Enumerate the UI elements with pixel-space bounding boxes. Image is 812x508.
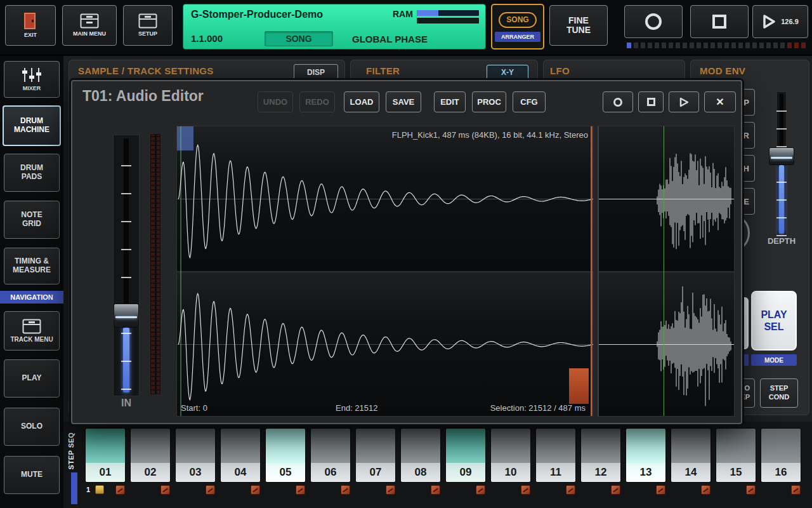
sidebar-item-timing-measure[interactable]: TIMING & MEASURE (4, 248, 60, 284)
depth-fader[interactable] (763, 89, 801, 239)
position-dash (717, 43, 722, 48)
transport-position-strip[interactable] (627, 42, 808, 48)
step-cond-button[interactable]: STEP COND (760, 378, 798, 408)
step-button-01[interactable]: 01 (85, 428, 126, 483)
ram-label: RAM (393, 9, 413, 19)
step-pad (266, 429, 305, 463)
selection-end-handle[interactable] (569, 368, 589, 404)
proc-button[interactable]: PROC (472, 91, 506, 112)
step-marker-icon[interactable] (476, 485, 485, 495)
step-button-07[interactable]: 07 (355, 428, 396, 483)
step-pad (626, 429, 665, 463)
left-sidebar: MIXER DRUM MACHINE DRUM PADS NOTE GRID T… (0, 56, 63, 508)
stop-button[interactable] (690, 5, 749, 38)
step-pad (446, 429, 485, 463)
record-button[interactable] (624, 5, 683, 38)
in-fader[interactable] (113, 135, 140, 396)
sidebar-item-solo[interactable]: SOLO (4, 408, 60, 446)
step-number: 13 (626, 463, 665, 482)
sidebar-item-drum-pads[interactable]: DRUM PADS (4, 154, 60, 192)
step-marker-icon[interactable] (386, 485, 395, 495)
step-cond-label: STEP COND (767, 384, 791, 402)
exit-button[interactable]: EXIT (5, 5, 56, 46)
position-dash (634, 43, 638, 48)
step-button-09[interactable]: 09 (445, 428, 486, 483)
arranger-tag: ARRANGER (495, 32, 540, 42)
step-button-14[interactable]: 14 (671, 428, 711, 483)
step-marker-icon[interactable] (791, 485, 801, 495)
step-button-06[interactable]: 06 (310, 428, 351, 483)
step-button-10[interactable]: 10 (490, 428, 531, 483)
step-marker-icon[interactable] (296, 485, 305, 495)
step-pad (176, 429, 215, 463)
sidebar-item-mute[interactable]: MUTE (4, 456, 60, 494)
position-dash (773, 43, 778, 48)
step-button-03[interactable]: 03 (175, 428, 216, 483)
sidebar-item-drum-machine[interactable]: DRUM MACHINE (3, 105, 61, 146)
step-marker-icon[interactable] (431, 485, 440, 495)
depth-label: DEPTH (760, 236, 803, 246)
step-button-15[interactable]: 15 (716, 428, 756, 483)
step-marker-icon[interactable] (160, 485, 170, 495)
step-marker-icon[interactable] (746, 485, 756, 495)
step-number: 11 (536, 463, 575, 482)
load-button[interactable]: LOAD (344, 91, 379, 112)
sidebar-item-note-grid[interactable]: NOTE GRID (4, 201, 60, 239)
drum-machine-label: DRUM MACHINE (10, 117, 54, 135)
step-button-05[interactable]: 05 (265, 428, 306, 483)
waveform-zoom-view[interactable] (598, 126, 735, 417)
step-button-13[interactable]: 13 (625, 428, 666, 483)
cfg-button[interactable]: CFG (513, 91, 546, 112)
step-marker-icon[interactable] (341, 485, 350, 495)
step-button-08[interactable]: 08 (400, 428, 441, 483)
step-marker-icon[interactable] (656, 485, 665, 495)
step-pad (86, 429, 125, 463)
position-dash (627, 43, 631, 48)
drawer-icon (80, 13, 99, 29)
song-arranger-button[interactable]: SONG ARRANGER (491, 4, 544, 50)
song-mode-indicator[interactable]: SONG (265, 31, 333, 46)
editor-stop-button[interactable] (638, 91, 664, 112)
editor-play-button[interactable] (669, 91, 699, 112)
step-button-12[interactable]: 12 (580, 428, 621, 483)
step-marker-icon[interactable] (566, 485, 575, 495)
step-marker-icon[interactable] (206, 485, 215, 495)
depth-fader-handle[interactable] (769, 147, 794, 165)
play-sel-label: PLAY SEL (760, 309, 788, 333)
step-marker-icon[interactable] (611, 485, 620, 495)
editor-record-button[interactable] (603, 91, 633, 112)
in-fader-handle[interactable] (114, 304, 139, 328)
edit-button[interactable]: EDIT (434, 91, 466, 112)
step-marker-icon[interactable] (251, 485, 260, 495)
redo-button[interactable]: REDO (299, 91, 335, 112)
end-readout: End: 21512 (336, 403, 378, 413)
position-dash (697, 43, 701, 48)
close-button[interactable]: ✕ (704, 91, 736, 112)
main-menu-button[interactable]: MAIN MENU (62, 5, 117, 46)
step-number: 08 (401, 463, 440, 482)
ram-bar-secondary (417, 18, 479, 23)
undo-button[interactable]: UNDO (258, 91, 293, 112)
step-button-02[interactable]: 02 (130, 428, 171, 483)
version-label: 1.1.000 (191, 33, 223, 44)
step-button-04[interactable]: 04 (220, 428, 261, 483)
save-button[interactable]: SAVE (386, 91, 421, 112)
xy-button[interactable]: X-Y (487, 65, 528, 80)
sidebar-item-mixer[interactable]: MIXER (4, 61, 60, 98)
waveform-main-view[interactable]: FLPH_Kick1, 487 ms (84KB), 16 bit, 44.1 … (176, 126, 594, 417)
sidebar-item-play[interactable]: PLAY (4, 359, 60, 398)
step-button-16[interactable]: 16 (761, 428, 801, 483)
disp-button[interactable]: DISP (294, 64, 338, 81)
step-number: 15 (716, 463, 756, 482)
fine-tune-button[interactable]: FINE TUNE (549, 5, 608, 46)
position-dash (724, 43, 729, 48)
page-icon[interactable] (95, 485, 104, 494)
step-marker-icon[interactable] (521, 485, 530, 495)
sidebar-item-track-menu[interactable]: TRACK MENU (4, 311, 60, 351)
step-marker-icon[interactable] (115, 485, 125, 495)
play-button[interactable]: 126.9 (752, 5, 808, 38)
step-marker-icon[interactable] (701, 485, 710, 495)
setup-button[interactable]: SETUP (123, 5, 173, 46)
play-sel-button[interactable]: PLAY SEL (751, 291, 797, 351)
step-button-11[interactable]: 11 (535, 428, 576, 483)
